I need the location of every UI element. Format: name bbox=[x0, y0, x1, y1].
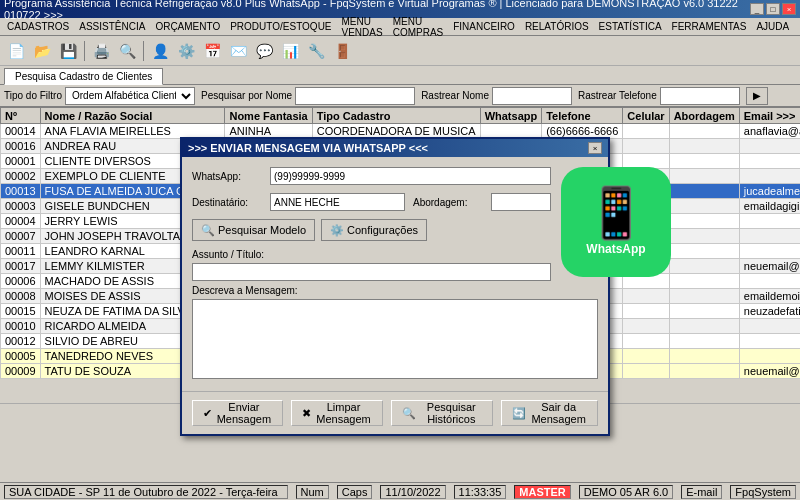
exit-message-button[interactable]: 🔄 Sair da Mensagem bbox=[501, 400, 598, 426]
subject-label: Assunto / Título: bbox=[192, 249, 551, 260]
nav-tabs: Pesquisa Cadastro de Clientes bbox=[0, 66, 800, 85]
approach-input[interactable] bbox=[491, 193, 551, 211]
whatsapp-icon-label: WhatsApp bbox=[586, 242, 645, 256]
cell-0: 00002 bbox=[1, 169, 41, 184]
modal-title: >>> ENVIAR MENSAGEM VIA WHATSAPP <<< bbox=[188, 142, 428, 154]
search-model-button[interactable]: 🔍 Pesquisar Modelo bbox=[192, 219, 315, 241]
clear-label: Limpar Mensagem bbox=[315, 401, 372, 425]
cell-8: anaflavia@anaflavia.com.br bbox=[739, 124, 800, 139]
status-master: MASTER bbox=[514, 485, 570, 499]
icon-settings[interactable]: ⚙️ bbox=[174, 39, 198, 63]
modal-left-panel: WhatsApp: Destinatário: Abordagem: 🔍 bbox=[192, 167, 551, 285]
menu-compras[interactable]: MENU COMPRAS bbox=[388, 15, 449, 39]
filter-select[interactable]: Ordem Alfabética Cliente bbox=[65, 87, 195, 105]
cell-8: neuemail@hotmail.com bbox=[739, 259, 800, 274]
col-header: Nome / Razão Social bbox=[40, 108, 225, 124]
icon-search[interactable]: 🔍 bbox=[115, 39, 139, 63]
cell-0: 00003 bbox=[1, 199, 41, 214]
status-bar: SUA CIDADE - SP 11 de Outubro de 2022 - … bbox=[0, 482, 800, 500]
status-caps: Caps bbox=[337, 485, 373, 499]
modal-body: WhatsApp: Destinatário: Abordagem: 🔍 bbox=[182, 157, 608, 391]
separator-2 bbox=[143, 41, 144, 61]
menu-produto[interactable]: PRODUTO/ESTOQUE bbox=[225, 20, 336, 33]
whatsapp-input[interactable] bbox=[270, 167, 551, 185]
cell-8: neuzadefatima@fatima.com.br bbox=[739, 304, 800, 319]
destinatary-input[interactable] bbox=[270, 193, 405, 211]
icon-user[interactable]: 👤 bbox=[148, 39, 172, 63]
status-num: Num bbox=[296, 485, 329, 499]
cell-8 bbox=[739, 169, 800, 184]
menu-orcamento[interactable]: ORÇAMENTO bbox=[150, 20, 225, 33]
whatsapp-modal: >>> ENVIAR MENSAGEM VIA WHATSAPP <<< × W… bbox=[180, 137, 610, 436]
icon-calendar[interactable]: 📅 bbox=[200, 39, 224, 63]
cell-0: 00008 bbox=[1, 289, 41, 304]
menu-ferramentas[interactable]: FERRAMENTAS bbox=[667, 20, 752, 33]
cell-7 bbox=[669, 184, 739, 199]
status-fpq: FpqSystem bbox=[730, 485, 796, 499]
menu-bar: CADASTROS ASSISTÊNCIA ORÇAMENTO PRODUTO/… bbox=[0, 18, 800, 36]
send-label: Enviar Mensagem bbox=[216, 401, 272, 425]
whatsapp-logo: 📱 WhatsApp bbox=[561, 167, 671, 277]
separator-1 bbox=[84, 41, 85, 61]
cell-6 bbox=[623, 124, 669, 139]
subject-input[interactable] bbox=[192, 263, 551, 281]
cell-6 bbox=[623, 304, 669, 319]
cell-6 bbox=[623, 289, 669, 304]
cell-0: 00006 bbox=[1, 274, 41, 289]
menu-cadastros[interactable]: CADASTROS bbox=[2, 20, 74, 33]
search-name-group: Pesquisar por Nome bbox=[201, 87, 415, 105]
table-header: NºNome / Razão SocialNome FantasiaTipo C… bbox=[1, 108, 801, 124]
minimize-button[interactable]: _ bbox=[750, 3, 764, 15]
modal-close-button[interactable]: × bbox=[588, 142, 602, 154]
clear-message-button[interactable]: ✖ Limpar Mensagem bbox=[291, 400, 383, 426]
icon-whatsapp[interactable]: 💬 bbox=[252, 39, 276, 63]
menu-relatorios[interactable]: RELATÓRIOS bbox=[520, 20, 594, 33]
tab-clientes[interactable]: Pesquisa Cadastro de Clientes bbox=[4, 68, 163, 85]
track-name-group: Rastrear Nome bbox=[421, 87, 572, 105]
col-header: Celular bbox=[623, 108, 669, 124]
menu-vendas[interactable]: MENU VENDAS bbox=[337, 15, 388, 39]
status-email: E-mail bbox=[681, 485, 722, 499]
icon-exit[interactable]: 🚪 bbox=[330, 39, 354, 63]
config-button[interactable]: ⚙️ Configurações bbox=[321, 219, 427, 241]
menu-financeiro[interactable]: FINANCEIRO bbox=[448, 20, 520, 33]
track-phone-label: Rastrear Telefone bbox=[578, 90, 657, 101]
col-header: Nome Fantasia bbox=[225, 108, 312, 124]
search-go-button[interactable]: ▶ bbox=[746, 87, 768, 105]
whatsapp-row: WhatsApp: bbox=[192, 167, 551, 185]
send-icon: ✔ bbox=[203, 407, 212, 420]
status-demo: DEMO 05 AR 6.0 bbox=[579, 485, 673, 499]
icon-print[interactable]: 🖨️ bbox=[89, 39, 113, 63]
menu-ajuda[interactable]: AJUDA bbox=[751, 20, 794, 33]
track-phone-input[interactable] bbox=[660, 87, 740, 105]
menu-email[interactable]: E-MAIL bbox=[794, 15, 800, 39]
exit-icon: 🔄 bbox=[512, 407, 526, 420]
search-name-input[interactable] bbox=[295, 87, 415, 105]
cell-7 bbox=[669, 124, 739, 139]
icon-new[interactable]: 📄 bbox=[4, 39, 28, 63]
icon-tools[interactable]: 🔧 bbox=[304, 39, 328, 63]
icon-chart[interactable]: 📊 bbox=[278, 39, 302, 63]
maximize-button[interactable]: □ bbox=[766, 3, 780, 15]
cell-8: emaildemoises@moises.com.br bbox=[739, 289, 800, 304]
cell-0: 00009 bbox=[1, 364, 41, 379]
icon-mail[interactable]: ✉️ bbox=[226, 39, 250, 63]
icon-save[interactable]: 💾 bbox=[56, 39, 80, 63]
icon-open[interactable]: 📂 bbox=[30, 39, 54, 63]
send-message-button[interactable]: ✔ Enviar Mensagem bbox=[192, 400, 283, 426]
history-button[interactable]: 🔍 Pesquisar Históricos bbox=[391, 400, 493, 426]
whatsapp-phone-icon: 📱 bbox=[585, 188, 647, 238]
menu-estatistica[interactable]: ESTATÍSTICA bbox=[594, 20, 667, 33]
track-name-input[interactable] bbox=[492, 87, 572, 105]
search-model-icon: 🔍 bbox=[201, 224, 215, 237]
message-textarea[interactable] bbox=[192, 299, 598, 379]
cell-8 bbox=[739, 214, 800, 229]
modal-title-bar: >>> ENVIAR MENSAGEM VIA WHATSAPP <<< × bbox=[182, 139, 608, 157]
cell-7 bbox=[669, 289, 739, 304]
menu-assistencia[interactable]: ASSISTÊNCIA bbox=[74, 20, 150, 33]
cell-0: 00014 bbox=[1, 124, 41, 139]
close-button[interactable]: × bbox=[782, 3, 796, 15]
cell-8: emaildagigi@gigi.com.br bbox=[739, 199, 800, 214]
cell-0: 00010 bbox=[1, 319, 41, 334]
cell-0: 00017 bbox=[1, 259, 41, 274]
